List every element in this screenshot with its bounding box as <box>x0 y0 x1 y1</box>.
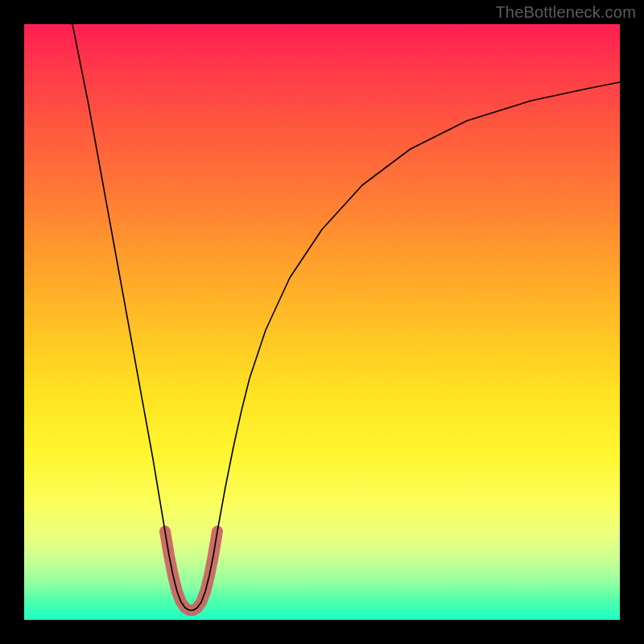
bottleneck-curve-path <box>72 24 620 610</box>
chart-frame: TheBottleneck.com <box>0 0 644 644</box>
watermark-text: TheBottleneck.com <box>495 3 636 22</box>
plot-area <box>24 24 620 620</box>
curve-svg <box>24 24 620 620</box>
trough-highlight-path <box>165 531 217 610</box>
